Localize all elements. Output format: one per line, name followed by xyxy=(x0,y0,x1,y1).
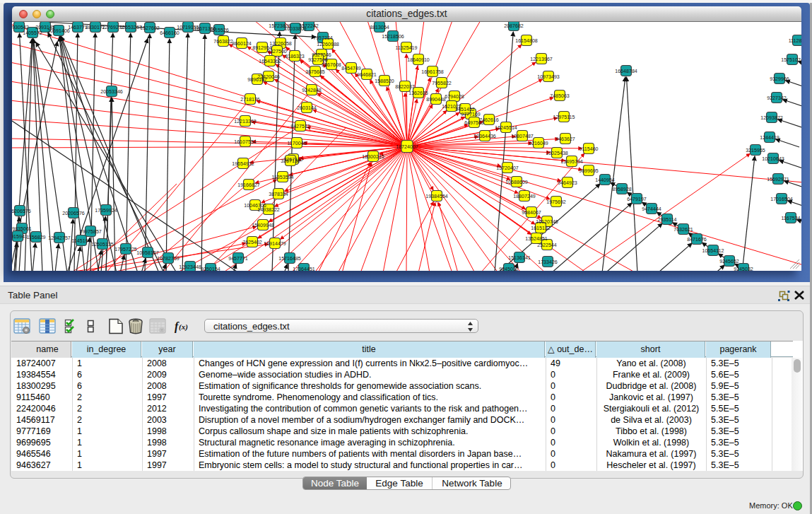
svg-text:1527602: 1527602 xyxy=(140,25,160,31)
svg-text:11325419: 11325419 xyxy=(395,45,417,51)
svg-text:19166827: 19166827 xyxy=(237,182,260,188)
svg-text:8454749: 8454749 xyxy=(341,66,361,71)
svg-text:12505135: 12505135 xyxy=(91,242,114,247)
svg-text:7957224: 7957224 xyxy=(313,35,333,41)
svg-text:1463771: 1463771 xyxy=(68,25,88,30)
svg-text:6479197: 6479197 xyxy=(627,197,647,202)
svg-text:7462616: 7462616 xyxy=(479,117,499,123)
svg-text:3915941: 3915941 xyxy=(12,234,28,240)
svg-text:9242848: 9242848 xyxy=(302,88,322,93)
svg-text:9327500: 9327500 xyxy=(267,49,287,54)
svg-text:2522544: 2522544 xyxy=(537,243,557,248)
svg-text:15751074: 15751074 xyxy=(781,57,801,63)
svg-text:13226058: 13226058 xyxy=(269,41,292,47)
svg-text:1145194: 1145194 xyxy=(71,238,90,244)
svg-text:15692971: 15692971 xyxy=(767,177,789,182)
svg-text:16107554: 16107554 xyxy=(234,139,257,145)
svg-text:18640910: 18640910 xyxy=(407,57,430,63)
svg-text:8958928: 8958928 xyxy=(612,187,632,192)
svg-text:1405572: 1405572 xyxy=(23,30,42,36)
svg-text:7515526: 7515526 xyxy=(209,28,229,33)
svg-text:9245012: 9245012 xyxy=(499,267,519,271)
svg-text:9699695: 9699695 xyxy=(579,168,599,174)
svg-text:2603144: 2603144 xyxy=(297,105,317,111)
svg-text:3878334: 3878334 xyxy=(269,192,288,197)
svg-text:1615132: 1615132 xyxy=(531,226,551,231)
svg-text:1362635: 1362635 xyxy=(408,90,428,96)
svg-text:8990448: 8990448 xyxy=(426,97,446,103)
svg-text:26206576: 26206576 xyxy=(12,209,31,214)
svg-text:20053346: 20053346 xyxy=(100,89,123,95)
svg-text:9896107: 9896107 xyxy=(247,77,267,83)
svg-text:16961758: 16961758 xyxy=(421,69,444,75)
svg-text:15136141: 15136141 xyxy=(508,255,531,261)
svg-text:10210643: 10210643 xyxy=(762,156,784,162)
svg-text:15720407: 15720407 xyxy=(496,165,519,171)
svg-text:16543362: 16543362 xyxy=(259,59,281,64)
svg-text:9835061: 9835061 xyxy=(12,226,32,232)
svg-text:9474444: 9474444 xyxy=(642,206,661,212)
svg-text:2087682: 2087682 xyxy=(504,23,524,29)
svg-text:10688609: 10688609 xyxy=(505,180,528,185)
svg-text:17364451: 17364451 xyxy=(293,267,315,271)
svg-text:9463627: 9463627 xyxy=(555,136,575,142)
svg-text:9084067: 9084067 xyxy=(522,210,541,216)
svg-text:5572242: 5572242 xyxy=(299,23,319,29)
svg-text:18724007: 18724007 xyxy=(396,144,418,150)
svg-text:20364436: 20364436 xyxy=(473,134,496,139)
svg-text:3267130: 3267130 xyxy=(281,158,300,164)
svg-text:1156829: 1156829 xyxy=(26,235,45,240)
svg-text:12093872: 12093872 xyxy=(760,115,783,121)
svg-text:7485063: 7485063 xyxy=(550,93,570,99)
svg-text:1975692: 1975692 xyxy=(546,199,566,205)
svg-text:(x): (x) xyxy=(179,322,188,332)
svg-text:2867608: 2867608 xyxy=(322,62,341,68)
svg-text:3675685: 3675685 xyxy=(305,69,325,75)
svg-text:18300215: 18300215 xyxy=(362,154,384,160)
svg-text:12213369: 12213369 xyxy=(234,119,257,124)
svg-text:8813054: 8813054 xyxy=(370,25,389,30)
svg-text:8427512: 8427512 xyxy=(290,124,310,129)
svg-text:12923448: 12923448 xyxy=(179,264,201,270)
svg-text:16648784: 16648784 xyxy=(615,69,637,74)
svg-text:10807487: 10807487 xyxy=(511,134,534,139)
svg-text:9457771: 9457771 xyxy=(228,256,248,262)
svg-text:7663822: 7663822 xyxy=(213,39,233,45)
svg-text:6794028: 6794028 xyxy=(445,94,464,100)
svg-text:9777169: 9777169 xyxy=(461,112,481,117)
svg-text:8660124: 8660124 xyxy=(232,41,252,47)
svg-text:13524851: 13524851 xyxy=(525,236,548,242)
svg-text:10973493: 10973493 xyxy=(537,74,560,80)
svg-text:1733426: 1733426 xyxy=(538,259,558,265)
svg-text:16120746: 16120746 xyxy=(536,219,558,225)
svg-text:10654112: 10654112 xyxy=(702,248,724,254)
svg-text:6466160: 6466160 xyxy=(160,30,180,36)
svg-text:1440954: 1440954 xyxy=(595,177,615,183)
svg-text:16245514: 16245514 xyxy=(495,125,517,131)
svg-text:9115460: 9115460 xyxy=(579,146,598,152)
svg-text:20691406: 20691406 xyxy=(47,28,70,34)
svg-text:17359924: 17359924 xyxy=(95,208,117,214)
svg-text:16914479: 16914479 xyxy=(264,241,286,247)
svg-text:19654932: 19654932 xyxy=(232,161,254,167)
svg-text:12260988: 12260988 xyxy=(317,42,339,47)
svg-text:6216049: 6216049 xyxy=(529,141,548,146)
svg-text:13495794: 13495794 xyxy=(560,159,583,165)
svg-text:7625402: 7625402 xyxy=(242,240,262,245)
svg-text:8471676: 8471676 xyxy=(687,237,707,243)
svg-text:12213967: 12213967 xyxy=(530,57,553,62)
svg-text:9451452: 9451452 xyxy=(455,107,475,112)
svg-text:9350154: 9350154 xyxy=(201,267,220,271)
svg-text:14938222: 14938222 xyxy=(257,207,280,213)
svg-text:19384554: 19384554 xyxy=(425,194,448,199)
svg-text:1588520: 1588520 xyxy=(375,78,394,84)
svg-text:7632621: 7632621 xyxy=(673,227,693,233)
svg-text:9930542: 9930542 xyxy=(12,25,29,30)
svg-text:16154808: 16154808 xyxy=(515,38,538,44)
svg-text:20206576: 20206576 xyxy=(62,211,85,216)
svg-text:8186323: 8186323 xyxy=(285,54,305,59)
svg-text:10553267: 10553267 xyxy=(119,25,142,30)
svg-text:9464923: 9464923 xyxy=(558,180,577,186)
svg-text:9646821: 9646821 xyxy=(357,72,377,78)
svg-text:9245032: 9245032 xyxy=(734,267,753,271)
